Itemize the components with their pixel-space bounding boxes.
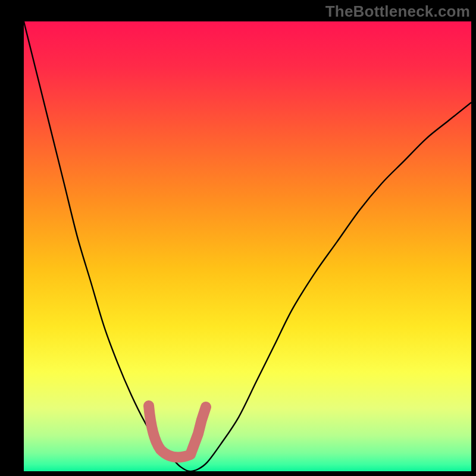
gradient-background: [24, 21, 471, 471]
watermark-label: TheBottleneck.com: [325, 2, 470, 21]
chart-frame: TheBottleneck.com: [0, 0, 476, 476]
plot-svg: [24, 21, 471, 471]
plot-area: [24, 21, 471, 471]
